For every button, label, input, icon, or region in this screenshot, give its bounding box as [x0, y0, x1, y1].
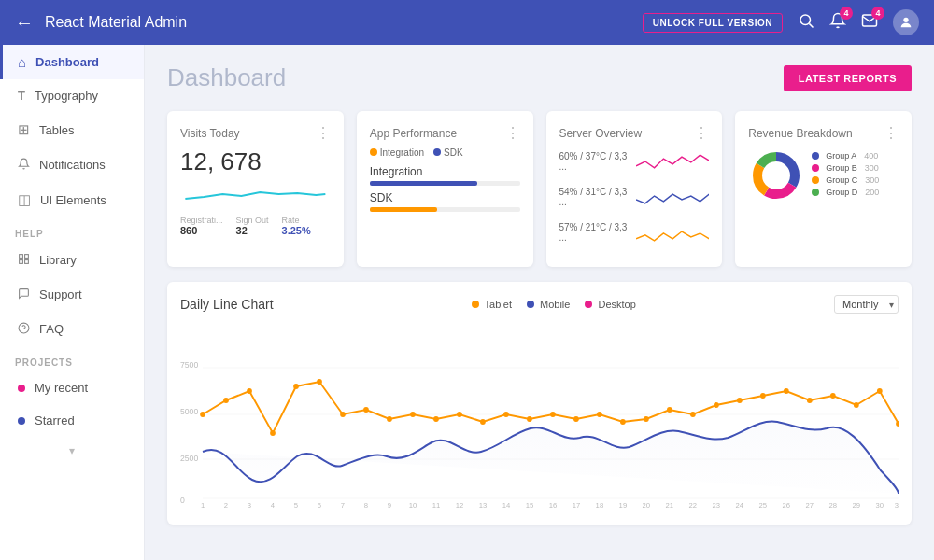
visits-card-title: Visits Today — [180, 127, 240, 140]
notif-badge: 4 — [840, 7, 853, 20]
sidebar: ⌂ Dashboard T Typography ⊞ Tables Notifi… — [0, 45, 145, 560]
notifications-icon[interactable]: 4 — [829, 12, 846, 33]
mail-icon[interactable]: 4 — [861, 12, 878, 33]
legend-desktop: Desktop — [585, 299, 635, 310]
sidebar-item-typography[interactable]: T Typography — [0, 79, 144, 112]
page-title: Dashboard — [167, 63, 286, 92]
cards-row: Visits Today ⋮ 12, 678 Registrati... 860… — [167, 111, 912, 267]
projects-section-label: PROJECTS — [0, 346, 144, 371]
svg-text:3: 3 — [248, 501, 252, 508]
revenue-header: Revenue Breakdown ⋮ — [748, 124, 899, 142]
sidebar-label-tables: Tables — [39, 123, 75, 137]
search-icon[interactable] — [798, 12, 814, 33]
sidebar-item-dashboard[interactable]: ⌂ Dashboard — [0, 45, 144, 79]
svg-text:10: 10 — [409, 501, 417, 508]
server-menu[interactable]: ⋮ — [694, 124, 709, 142]
svg-text:7500: 7500 — [180, 360, 198, 370]
tablet-dot — [784, 388, 789, 394]
integration-track — [370, 181, 520, 186]
tablet-dot — [597, 412, 602, 417]
sidebar-item-ui-elements[interactable]: ◫ UI Elements — [0, 182, 144, 217]
svg-text:30: 30 — [876, 501, 884, 508]
rev-legend-a: Group A 400 — [812, 151, 879, 161]
sidebar-item-faq[interactable]: FAQ — [0, 312, 144, 346]
faq-icon — [18, 321, 30, 337]
chart-legend: Tablet Mobile Desktop — [472, 299, 636, 310]
sidebar-item-notifications[interactable]: Notifications — [0, 147, 144, 182]
visits-card-menu[interactable]: ⋮ — [316, 124, 331, 142]
tablet-dot — [550, 412, 556, 417]
tablet-dot — [830, 393, 836, 399]
rev-legend-d: Group D 200 — [812, 188, 879, 197]
group-c-label: Group C — [826, 175, 857, 185]
svg-text:14: 14 — [502, 501, 511, 508]
tablet-dot — [223, 398, 229, 403]
svg-line-1 — [809, 23, 813, 27]
sidebar-item-support[interactable]: Support — [0, 277, 144, 312]
revenue-legend: Group A 400 Group B 300 Group C 300 — [812, 151, 879, 200]
monthly-select-wrap[interactable]: Monthly Weekly Daily — [834, 295, 899, 314]
app-perf-title: App Performance — [370, 127, 457, 140]
notif-nav-icon — [18, 157, 30, 173]
server-spark-0 — [636, 147, 709, 175]
svg-text:12: 12 — [456, 501, 464, 508]
svg-point-2 — [903, 18, 908, 22]
svg-text:21: 21 — [666, 501, 674, 508]
sidebar-label-typography: Typography — [35, 89, 98, 103]
group-a-label: Group A — [826, 151, 856, 161]
group-a-dot — [812, 152, 819, 160]
svg-text:1: 1 — [201, 501, 205, 508]
integration-bar-group: Integration — [370, 165, 520, 186]
sidebar-collapse[interactable]: ▾ — [0, 437, 144, 465]
app-perf-card: App Performance ⋮ Integration SDK Integr… — [357, 111, 533, 267]
app-title: React Material Admin — [45, 14, 643, 31]
svg-point-0 — [800, 15, 811, 25]
topnav: ← React Material Admin UNLOCK FULL VERSI… — [0, 0, 934, 45]
tablet-dot — [527, 416, 532, 422]
svg-text:28: 28 — [829, 501, 838, 508]
ui-icon: ◫ — [18, 191, 31, 208]
app-perf-menu[interactable]: ⋮ — [505, 124, 520, 142]
chart-title: Daily Line Chart — [180, 297, 274, 312]
tables-icon: ⊞ — [18, 121, 30, 138]
content-area: Dashboard LATEST REPORTS Visits Today ⋮ … — [145, 45, 934, 560]
monthly-select[interactable]: Monthly Weekly Daily — [834, 295, 899, 314]
unlock-button[interactable]: UNLOCK FULL VERSION — [643, 13, 783, 33]
back-button[interactable]: ← — [15, 12, 34, 34]
server-title: Server Overview — [559, 127, 643, 140]
sidebar-item-library[interactable]: Library — [0, 243, 144, 277]
svg-text:22: 22 — [689, 501, 698, 508]
svg-text:13: 13 — [479, 501, 488, 508]
visits-sparkline — [180, 180, 331, 208]
sidebar-label-library: Library — [39, 253, 77, 267]
sdk-label: SDK — [370, 191, 520, 204]
svg-rect-6 — [25, 260, 29, 264]
sidebar-label-ui: UI Elements — [40, 193, 106, 207]
sidebar-item-starred[interactable]: Starred — [0, 404, 144, 437]
tablet-dot — [573, 416, 579, 422]
revenue-menu[interactable]: ⋮ — [884, 124, 899, 142]
legend-tablet: Tablet — [472, 299, 512, 310]
group-a-value: 400 — [864, 151, 878, 161]
sidebar-item-tables[interactable]: ⊞ Tables — [0, 112, 144, 147]
svg-text:6: 6 — [318, 501, 322, 508]
svg-text:17: 17 — [573, 501, 581, 508]
line-chart-card: Daily Line Chart Tablet Mobile Desktop M… — [167, 282, 912, 525]
sidebar-item-my-recent[interactable]: My recent — [0, 371, 144, 404]
server-row-1: 54% / 31°C / 3,3 ... — [559, 183, 710, 211]
tablet-dot — [854, 402, 859, 408]
svg-text:2: 2 — [224, 501, 228, 508]
tablet-dot — [690, 412, 696, 417]
support-icon — [18, 287, 30, 302]
sdk-track — [370, 207, 520, 212]
sidebar-label-starred: Starred — [35, 413, 75, 427]
mail-badge: 4 — [871, 7, 884, 20]
rev-legend-b: Group B 300 — [812, 163, 879, 173]
avatar[interactable] — [893, 9, 919, 35]
latest-reports-button[interactable]: LATEST REPORTS — [784, 65, 912, 91]
svg-text:5: 5 — [294, 501, 299, 508]
sdk-bar-group: SDK — [370, 191, 520, 212]
svg-text:31: 31 — [895, 501, 899, 508]
tablet-dot — [457, 412, 462, 417]
group-c-value: 300 — [865, 175, 879, 185]
